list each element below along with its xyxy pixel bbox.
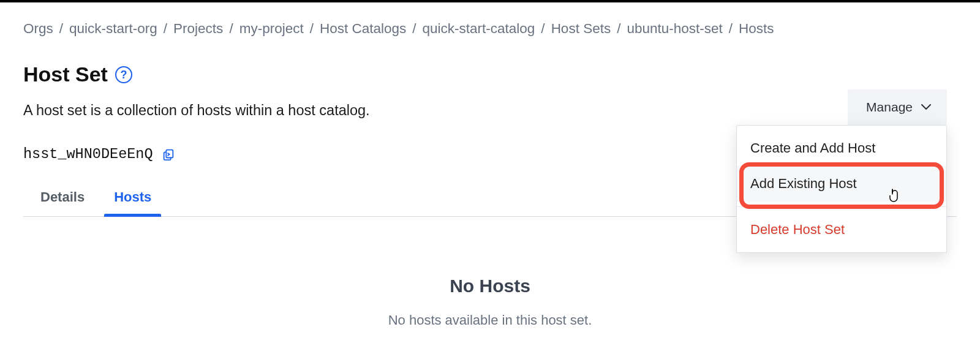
breadcrumb-org[interactable]: quick-start-org xyxy=(69,21,157,37)
manage-button-label: Manage xyxy=(866,100,913,115)
breadcrumb: Orgs / quick-start-org / Projects / my-p… xyxy=(23,21,957,37)
breadcrumb-project[interactable]: my-project xyxy=(239,21,304,37)
menu-create-add-host[interactable]: Create and Add Host xyxy=(737,130,946,166)
page-title: Host Set xyxy=(23,62,108,86)
breadcrumb-sep: / xyxy=(307,21,316,37)
menu-add-existing-host[interactable]: Add Existing Host xyxy=(737,166,946,202)
breadcrumb-sep: / xyxy=(57,21,66,37)
tab-details[interactable]: Details xyxy=(37,184,88,216)
empty-title: No Hosts xyxy=(23,276,957,296)
chevron-down-icon xyxy=(921,104,931,110)
breadcrumb-host-sets[interactable]: Host Sets xyxy=(551,21,611,37)
menu-separator xyxy=(737,206,946,207)
breadcrumb-catalog[interactable]: quick-start-catalog xyxy=(423,21,535,37)
breadcrumb-sep: / xyxy=(410,21,418,37)
page-description: A host set is a collection of hosts with… xyxy=(23,102,957,119)
breadcrumb-current: Hosts xyxy=(739,21,774,37)
breadcrumb-projects[interactable]: Projects xyxy=(173,21,223,37)
menu-delete-host-set[interactable]: Delete Host Set xyxy=(737,212,946,247)
empty-subtitle: No hosts available in this host set. xyxy=(23,312,957,328)
help-icon[interactable]: ? xyxy=(115,66,132,83)
breadcrumb-sep: / xyxy=(614,21,623,37)
breadcrumb-sep: / xyxy=(161,21,170,37)
manage-menu: Create and Add Host Add Existing Host De… xyxy=(736,125,947,253)
copy-icon[interactable] xyxy=(162,148,175,161)
breadcrumb-host-set[interactable]: ubuntu-host-set xyxy=(627,21,722,37)
empty-state: No Hosts No hosts available in this host… xyxy=(23,276,957,328)
manage-button[interactable]: Manage xyxy=(848,89,947,125)
breadcrumb-sep: / xyxy=(538,21,547,37)
resource-id: hsst_wHN0DEeEnQ xyxy=(23,146,153,162)
breadcrumb-sep: / xyxy=(227,21,235,37)
breadcrumb-host-catalogs[interactable]: Host Catalogs xyxy=(320,21,406,37)
breadcrumb-orgs[interactable]: Orgs xyxy=(23,21,53,37)
tab-hosts[interactable]: Hosts xyxy=(110,184,155,216)
breadcrumb-sep: / xyxy=(726,21,735,37)
